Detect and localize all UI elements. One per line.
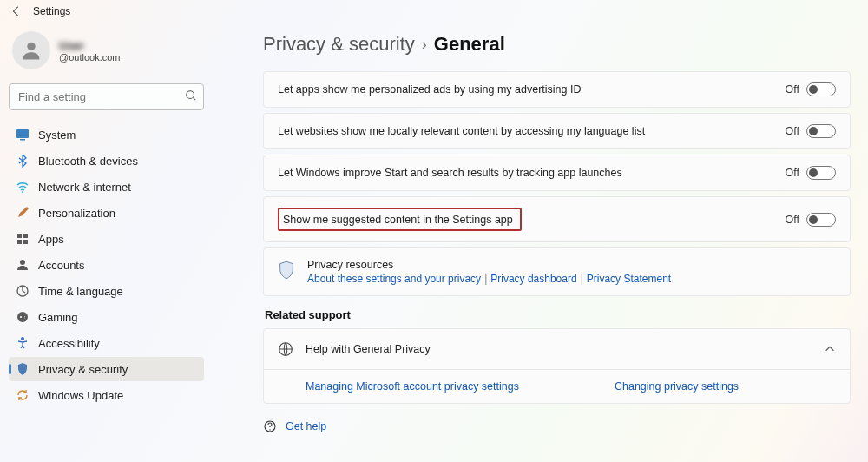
search-wrap — [9, 83, 204, 110]
nav-accessibility[interactable]: Accessibility — [9, 331, 204, 355]
nav-windows-update[interactable]: Windows Update — [9, 383, 204, 407]
toggle-state: Off — [786, 125, 799, 137]
setting-label: Show me suggested content in the Setting… — [283, 214, 513, 226]
nav-personalization[interactable]: Personalization — [9, 201, 204, 225]
svg-rect-3 — [16, 129, 29, 138]
breadcrumb: Privacy & security › General — [263, 33, 851, 56]
resources-links: About these settings and your privacy|Pr… — [307, 273, 671, 285]
svg-point-16 — [269, 429, 270, 430]
expander-title: Help with General Privacy — [306, 343, 431, 355]
get-help-link[interactable]: Get help — [286, 420, 326, 432]
toggle-switch[interactable] — [806, 124, 836, 138]
svg-rect-8 — [17, 240, 22, 244]
svg-point-13 — [21, 337, 24, 340]
chevron-right-icon: › — [422, 36, 427, 54]
toggle-switch[interactable] — [806, 82, 836, 96]
link-privacy-statement[interactable]: Privacy Statement — [587, 273, 671, 285]
nav-bluetooth[interactable]: Bluetooth & devices — [9, 148, 204, 173]
nav-apps[interactable]: Apps — [9, 227, 204, 251]
toggle-state: Off — [786, 214, 799, 226]
related-support-heading: Related support — [265, 308, 851, 321]
wifi-icon — [16, 180, 30, 194]
toggle-switch[interactable] — [806, 166, 836, 180]
nav-label: Apps — [38, 233, 64, 246]
shield-icon — [16, 362, 30, 376]
user-email: @outlook.com — [59, 52, 120, 63]
svg-rect-9 — [23, 240, 28, 244]
nav-label: Network & internet — [38, 181, 131, 194]
nav-label: Accessibility — [38, 337, 100, 350]
nav-network[interactable]: Network & internet — [9, 175, 204, 199]
svg-point-1 — [187, 91, 194, 99]
toggle-switch[interactable] — [806, 213, 836, 227]
privacy-resources-card: Privacy resources About these settings a… — [263, 248, 851, 296]
chevron-up-icon — [824, 343, 836, 355]
setting-label: Let websites show me locally relevant co… — [278, 125, 645, 137]
brush-icon — [16, 206, 30, 220]
shield-icon — [278, 261, 295, 280]
help-icon — [263, 419, 277, 433]
nav-list: System Bluetooth & devices Network & int… — [9, 122, 204, 407]
setting-row-app-launches: Let Windows improve Start and search res… — [263, 155, 851, 191]
user-profile[interactable]: User @outlook.com — [9, 26, 204, 78]
nav-label: Privacy & security — [38, 363, 128, 376]
update-icon — [16, 388, 30, 402]
apps-icon — [16, 232, 30, 246]
setting-row-suggested-content: Show me suggested content in the Setting… — [263, 196, 851, 242]
gaming-icon — [16, 310, 30, 324]
svg-rect-6 — [17, 234, 22, 238]
toggle-state: Off — [786, 167, 799, 179]
nav-label: System — [38, 129, 76, 142]
setting-row-language-list: Let websites show me locally relevant co… — [263, 113, 851, 149]
back-button[interactable] — [10, 5, 23, 17]
svg-rect-7 — [23, 234, 28, 238]
expander-body: Managing Microsoft account privacy setti… — [264, 369, 850, 403]
expander-header[interactable]: Help with General Privacy — [264, 329, 850, 369]
system-icon — [16, 128, 30, 142]
user-name: User — [59, 39, 120, 52]
window-title: Settings — [33, 5, 70, 17]
accessibility-icon — [16, 336, 30, 350]
get-help-row: Get help — [263, 419, 851, 433]
svg-point-5 — [22, 191, 23, 193]
search-icon — [185, 89, 197, 102]
search-input[interactable] — [9, 83, 204, 110]
avatar — [12, 31, 50, 69]
svg-rect-4 — [20, 139, 25, 141]
nav-privacy-security[interactable]: Privacy & security — [9, 357, 204, 381]
breadcrumb-current: General — [434, 33, 505, 56]
svg-point-0 — [27, 43, 35, 50]
highlight-box: Show me suggested content in the Setting… — [278, 208, 522, 231]
toggle-state: Off — [786, 83, 799, 96]
link-changing-privacy[interactable]: Changing privacy settings — [615, 380, 739, 393]
nav-label: Bluetooth & devices — [38, 155, 138, 168]
titlebar: Settings — [0, 0, 868, 19]
sidebar: User @outlook.com System Bluetooth & dev… — [0, 19, 213, 462]
link-manage-account-privacy[interactable]: Managing Microsoft account privacy setti… — [306, 380, 519, 393]
svg-line-2 — [194, 98, 196, 101]
accounts-icon — [16, 258, 30, 272]
nav-accounts[interactable]: Accounts — [9, 253, 204, 277]
nav-label: Personalization — [38, 207, 115, 220]
nav-system[interactable]: System — [9, 122, 204, 147]
setting-row-advertising-id: Let apps show me personalized ads by usi… — [263, 71, 851, 108]
setting-label: Let apps show me personalized ads by usi… — [278, 83, 582, 96]
nav-label: Time & language — [38, 285, 123, 298]
breadcrumb-parent[interactable]: Privacy & security — [263, 33, 415, 56]
svg-point-10 — [20, 260, 25, 265]
link-privacy-dashboard[interactable]: Privacy dashboard — [490, 273, 576, 285]
svg-point-12 — [17, 312, 28, 322]
nav-label: Accounts — [38, 259, 84, 272]
nav-gaming[interactable]: Gaming — [9, 305, 204, 329]
resources-title: Privacy resources — [307, 259, 671, 271]
link-about-settings[interactable]: About these settings and your privacy — [307, 273, 481, 285]
nav-label: Windows Update — [38, 389, 123, 402]
main-content: Privacy & security › General Let apps sh… — [213, 19, 868, 462]
bluetooth-icon — [16, 154, 30, 168]
help-expander: Help with General Privacy Managing Micro… — [263, 328, 851, 404]
nav-time-language[interactable]: Time & language — [9, 279, 204, 303]
setting-label: Let Windows improve Start and search res… — [278, 167, 622, 179]
clock-icon — [16, 284, 30, 298]
globe-icon — [278, 341, 293, 357]
nav-label: Gaming — [38, 311, 78, 324]
